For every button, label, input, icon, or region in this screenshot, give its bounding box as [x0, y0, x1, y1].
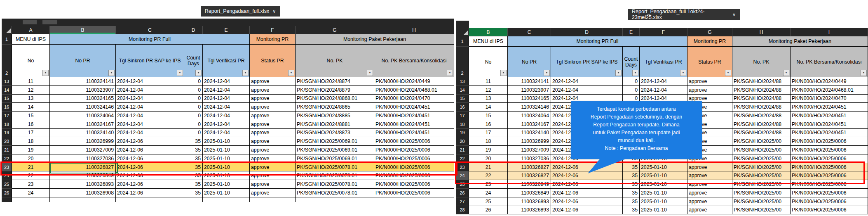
row-header-25[interactable]: 25 — [2, 180, 12, 189]
cell[interactable]: 2025-01-10 — [203, 154, 250, 163]
row-header-21[interactable]: 21 — [456, 146, 469, 154]
cell[interactable]: 2025-01-10 — [640, 197, 687, 206]
row-header-25[interactable]: 25 — [456, 180, 469, 189]
cell[interactable]: PK/SGN/HO/2024/88 — [732, 120, 791, 129]
filter-dropdown-button[interactable]: ▼ — [108, 70, 115, 76]
cell[interactable]: 2024-12-04 — [116, 112, 184, 120]
filter-dropdown-button[interactable]: ▼ — [680, 70, 686, 76]
cell[interactable]: 17 — [469, 129, 508, 138]
cell[interactable]: PK/SGN/HO/2025/00 — [732, 180, 791, 189]
cell[interactable]: 24 — [12, 189, 50, 197]
cell[interactable]: PK/N000/HO/2024/0451 — [791, 103, 868, 112]
column-header-G[interactable]: G — [296, 26, 374, 34]
cell[interactable]: PK/SGN/HO/2024/88 — [732, 129, 791, 138]
cell[interactable]: 26 — [469, 206, 508, 215]
cell[interactable]: PK/SGN/HO/2025/0078.01 — [296, 180, 374, 189]
cell[interactable]: PK/SGN/HO/2024/8873 — [296, 129, 374, 138]
filter-dropdown-button[interactable]: ▼ — [242, 70, 249, 76]
cell[interactable]: PK/N000/HO/2024/0470 — [791, 95, 868, 103]
cell[interactable]: 2024-12-06 — [551, 206, 623, 215]
cell[interactable]: PK/SGN/HO/2025/0078.01 — [296, 189, 374, 197]
cell[interactable]: PK/N000/HO/2025/0006 — [791, 206, 868, 215]
cell[interactable]: PK/SGN/HO/2024/8885 — [296, 112, 374, 120]
cell[interactable]: approve — [250, 154, 296, 163]
cell[interactable]: approve — [687, 197, 732, 206]
column-header-F[interactable]: F — [640, 28, 687, 36]
row-header-18[interactable]: 18 — [456, 120, 469, 129]
cell[interactable]: PK/SGN/HO/2024/8879 — [296, 86, 374, 95]
row-header-15[interactable]: 15 — [456, 95, 469, 103]
filter-dropdown-button[interactable]: ▼ — [861, 70, 867, 76]
cell[interactable]: PK/N000/HO/2024/0468.01 — [374, 86, 454, 95]
row-header-23[interactable]: 23 — [456, 163, 469, 172]
cell[interactable]: PK/N000/HO/2024/0451 — [374, 103, 454, 112]
cell[interactable]: 2024-12-04 — [203, 95, 250, 103]
column-header-H[interactable]: H — [732, 28, 791, 36]
cell[interactable]: 1100324140 — [50, 129, 116, 138]
right-file-tab[interactable]: Report_Pengadaan_full 1okt24-23mei25.xls… — [628, 9, 740, 20]
cell[interactable]: 1100326827 — [508, 163, 551, 172]
cell[interactable]: 2024-12-06 — [116, 146, 184, 154]
cell[interactable]: PK/N000/HO/2025/0006 — [791, 180, 868, 189]
cell[interactable]: 16 — [469, 120, 508, 129]
cell[interactable]: 1100326827 — [50, 163, 116, 172]
cell[interactable]: approve — [250, 129, 296, 138]
row-header-23[interactable]: 23 — [2, 163, 12, 172]
row-header-15[interactable]: 15 — [2, 95, 12, 103]
row-header-13[interactable]: 13 — [456, 77, 469, 86]
column-header-E[interactable]: E — [623, 28, 640, 36]
cell[interactable]: 2025-01-10 — [203, 189, 250, 197]
cell[interactable]: PK/SGN/HO/2025/0069.01 — [296, 137, 374, 146]
cell[interactable]: 1100326827 — [508, 171, 551, 180]
cell[interactable]: approve — [687, 206, 732, 215]
cell[interactable]: PK/SGN/HO/2024/8868.01 — [296, 95, 374, 103]
cell[interactable]: 2025-01-10 — [203, 171, 250, 180]
cell[interactable]: 16 — [12, 120, 50, 129]
cell[interactable]: approve — [687, 180, 732, 189]
cell[interactable]: PK/SGN/HO/2024/8874 — [296, 77, 374, 86]
cell[interactable]: PK/N000/HO/2025/0006 — [374, 163, 454, 172]
cell[interactable]: 1100326849 — [508, 189, 551, 197]
row-header-13[interactable]: 13 — [2, 77, 12, 86]
cell[interactable]: 35 — [623, 189, 640, 197]
cell[interactable]: PK/N000/HO/2025/0006 — [791, 137, 868, 146]
row-header-1[interactable]: 1 — [2, 34, 12, 45]
filter-dropdown-button[interactable]: ▼ — [632, 70, 638, 76]
cell[interactable]: 13 — [469, 95, 508, 103]
cell[interactable]: 11 — [469, 77, 508, 86]
left-file-tab[interactable]: Report_Pengadaan_full.xlsx ∨ — [201, 6, 280, 17]
cell[interactable]: 21 — [469, 163, 508, 172]
cell[interactable]: 2025-01-10 — [203, 146, 250, 154]
cell[interactable]: 2024-12-06 — [116, 163, 184, 172]
column-header-E[interactable]: E — [203, 26, 250, 34]
cell[interactable]: 1100324146 — [50, 103, 116, 112]
cell[interactable]: 0 — [184, 112, 203, 120]
filter-dropdown-button[interactable]: ▼ — [288, 70, 294, 76]
filter-dropdown-button[interactable]: ▼ — [42, 70, 49, 76]
cell[interactable]: 1100327009 — [508, 146, 551, 154]
filter-dropdown-button[interactable]: ▼ — [195, 70, 202, 76]
cell[interactable]: PK/N000/HO/2025/0006 — [374, 146, 454, 154]
cell[interactable]: 35 — [623, 171, 640, 180]
cell[interactable]: 1100326849 — [508, 180, 551, 189]
cell[interactable]: 19 — [12, 146, 50, 154]
cell[interactable]: 22 — [12, 171, 50, 180]
select-all-corner[interactable] — [456, 28, 469, 36]
cell[interactable]: PK/SGN/HO/2025/0078.01 — [296, 163, 374, 172]
cell[interactable]: PK/N000/HO/2024/0449 — [374, 77, 454, 86]
cell[interactable]: 35 — [184, 154, 203, 163]
cell[interactable]: 35 — [623, 163, 640, 172]
cell[interactable]: PK/N000/HO/2025/0006 — [374, 171, 454, 180]
row-header-26[interactable]: 26 — [2, 189, 12, 197]
cell[interactable]: PK/N000/HO/2025/0006 — [791, 189, 868, 197]
column-header-D[interactable]: D — [184, 26, 203, 34]
cell[interactable]: 0 — [623, 86, 640, 95]
cell[interactable]: PK/SGN/HO/2024/88 — [732, 86, 791, 95]
cell[interactable]: 1100326849 — [50, 171, 116, 180]
cell[interactable]: 35 — [184, 163, 203, 172]
cell[interactable]: 2024-12-04 — [551, 86, 623, 95]
cell[interactable]: 1100324064 — [50, 112, 116, 120]
cell[interactable]: 2024-12-04 — [116, 120, 184, 129]
cell[interactable]: approve — [250, 95, 296, 103]
cell[interactable]: PK/N000/HO/2025/0006 — [791, 197, 868, 206]
